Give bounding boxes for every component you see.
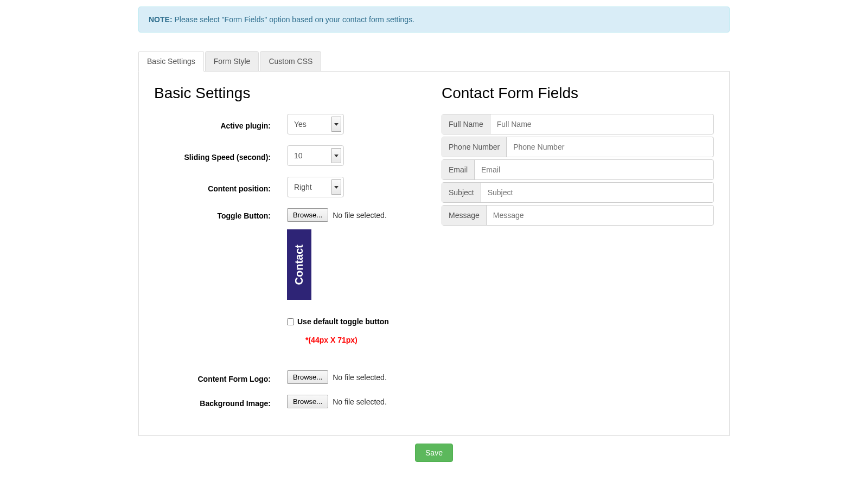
subject-input[interactable]	[481, 183, 713, 202]
content-position-select[interactable]: Right	[287, 177, 344, 197]
note-label: NOTE:	[149, 15, 173, 24]
subject-addon: Subject	[442, 183, 481, 202]
fullname-group: Full Name	[442, 114, 714, 134]
chevron-down-icon	[331, 148, 341, 163]
chevron-down-icon	[331, 179, 341, 195]
logo-browse-button[interactable]: Browse...	[287, 370, 328, 384]
active-plugin-value: Yes	[294, 120, 331, 129]
phone-input[interactable]	[507, 137, 713, 157]
sliding-speed-select[interactable]: 10	[287, 145, 344, 166]
phone-addon: Phone Number	[442, 137, 507, 157]
tab-content: Basic Settings Active plugin: Yes Slidin…	[138, 72, 730, 436]
fullname-addon: Full Name	[442, 114, 490, 134]
contact-form-fields-heading: Contact Form Fields	[442, 85, 714, 102]
tab-basic-settings[interactable]: Basic Settings	[138, 51, 204, 72]
fullname-input[interactable]	[490, 114, 713, 134]
bg-file-status: No file selected.	[333, 397, 387, 406]
active-plugin-label: Active plugin:	[154, 118, 287, 130]
message-input[interactable]	[487, 206, 713, 225]
note-text: Please select "Form Fields" option based…	[174, 15, 414, 24]
chevron-down-icon	[331, 117, 341, 132]
toggle-file-status: No file selected.	[333, 211, 387, 220]
use-default-toggle-label: Use default toggle button	[297, 317, 389, 326]
active-plugin-select[interactable]: Yes	[287, 114, 344, 134]
save-button[interactable]: Save	[415, 444, 453, 462]
email-input[interactable]	[475, 160, 713, 179]
toggle-dimensions-note: *(44px X 71px)	[305, 336, 431, 344]
tab-form-style[interactable]: Form Style	[205, 51, 259, 72]
toggle-preview-text: Contact	[293, 245, 305, 285]
basic-settings-heading: Basic Settings	[154, 85, 431, 102]
use-default-toggle-checkbox[interactable]	[287, 318, 294, 325]
email-addon: Email	[442, 160, 475, 179]
message-group: Message	[442, 205, 714, 226]
settings-tabs: Basic Settings Form Style Custom CSS	[138, 51, 730, 72]
email-group: Email	[442, 159, 714, 180]
toggle-browse-button[interactable]: Browse...	[287, 208, 328, 222]
bg-browse-button[interactable]: Browse...	[287, 395, 328, 408]
logo-file-status: No file selected.	[333, 373, 387, 382]
background-image-label: Background Image:	[154, 396, 287, 408]
toggle-button-preview: Contact	[287, 229, 311, 300]
subject-group: Subject	[442, 182, 714, 203]
toggle-button-label: Toggle Button:	[154, 208, 287, 220]
tab-custom-css[interactable]: Custom CSS	[260, 51, 321, 72]
message-addon: Message	[442, 206, 487, 225]
phone-group: Phone Number	[442, 137, 714, 157]
content-position-value: Right	[294, 183, 331, 191]
content-position-label: Content position:	[154, 181, 287, 193]
sliding-speed-value: 10	[294, 151, 331, 160]
content-form-logo-label: Content Form Logo:	[154, 371, 287, 383]
info-note: NOTE: Please select "Form Fields" option…	[138, 7, 730, 33]
sliding-speed-label: Sliding Speed (second):	[154, 150, 287, 162]
